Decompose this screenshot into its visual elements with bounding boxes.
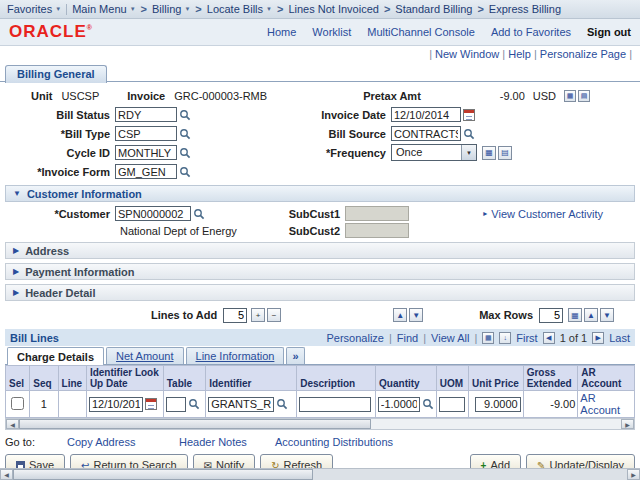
multichannel-console-link[interactable]: MultiChannel Console	[367, 26, 475, 38]
lookup-icon[interactable]	[422, 398, 434, 410]
add-rows-icon[interactable]: +	[251, 308, 265, 322]
copy-address-link[interactable]: Copy Address	[67, 436, 179, 448]
breadcrumb-separator: >	[141, 3, 147, 15]
breadcrumb: Favorites▼ Main Menu▼ > Billing▼ > Locat…	[0, 0, 640, 19]
header-notes-link[interactable]: Header Notes	[179, 436, 275, 448]
cycle-id-input[interactable]	[115, 145, 177, 160]
scroll-left-icon[interactable]: ◀	[0, 469, 13, 480]
bill-type-input[interactable]	[115, 126, 177, 141]
max-rows-input[interactable]	[539, 308, 563, 323]
invoice-form-input[interactable]	[115, 164, 177, 179]
unit-price-input[interactable]	[475, 397, 521, 412]
breadcrumb-lines-not-invoiced[interactable]: Lines Not Invoiced	[288, 3, 379, 15]
home-link[interactable]: Home	[267, 26, 296, 38]
lookup-icon[interactable]	[179, 109, 191, 121]
return-to-search-button[interactable]: ↩Return to Search	[70, 454, 188, 468]
lookup-icon[interactable]	[179, 147, 191, 159]
show-all-columns-icon[interactable]: »	[286, 347, 304, 364]
find-link[interactable]: Find	[397, 332, 418, 344]
list-icon[interactable]: ▤	[578, 90, 590, 102]
view-customer-activity-link[interactable]: ▸ View Customer Activity	[483, 208, 603, 220]
pager-last[interactable]: Last	[609, 332, 630, 344]
lines-to-add-label: Lines to Add	[151, 309, 217, 321]
grid-icon[interactable]: ▦	[564, 90, 576, 102]
personalize-link[interactable]: Personalize	[326, 332, 383, 344]
notify-button[interactable]: ✉Notify	[193, 454, 256, 468]
quantity-input[interactable]	[378, 397, 420, 412]
section-customer-information[interactable]: ▼ Customer Information	[5, 185, 635, 202]
remove-rows-icon[interactable]: −	[267, 308, 281, 322]
help-link[interactable]: Help	[508, 48, 531, 60]
invoice-date-input[interactable]	[391, 107, 461, 122]
section-address[interactable]: ▶ Address	[5, 242, 635, 259]
lookup-icon[interactable]	[193, 208, 205, 220]
col-quantity: Quantity	[376, 366, 437, 391]
tab-charge-details[interactable]: Charge Details	[7, 347, 104, 365]
add-to-favorites-link[interactable]: Add to Favorites	[491, 26, 571, 38]
save-button[interactable]: Save	[5, 454, 65, 468]
window-horizontal-scrollbar[interactable]: ◀ ▶	[0, 468, 640, 480]
sign-out-link[interactable]: Sign out	[587, 26, 631, 38]
add-button[interactable]: +Add	[470, 454, 521, 468]
recurrence-icon[interactable]: ▤	[498, 146, 512, 160]
tab-billing-general[interactable]: Billing General	[5, 65, 107, 83]
breadcrumb-standard-billing[interactable]: Standard Billing	[395, 3, 472, 15]
top-of-list-icon[interactable]: ▲	[584, 308, 598, 322]
table-input[interactable]	[166, 397, 186, 412]
lookup-icon[interactable]	[179, 128, 191, 140]
accounting-distributions-link[interactable]: Accounting Distributions	[275, 436, 635, 448]
new-window-link[interactable]: New Window	[435, 48, 499, 60]
select-row-checkbox[interactable]	[11, 397, 24, 410]
personalize-page-link[interactable]: Personalize Page	[540, 48, 626, 60]
scroll-left-icon[interactable]: ◀	[6, 419, 19, 429]
bill-lines-bar: Bill Lines Personalize | Find | View All…	[5, 329, 635, 346]
view-all-link[interactable]: View All	[431, 332, 469, 344]
col-line: Line	[58, 366, 86, 391]
breadcrumb-main-menu[interactable]: Main Menu▼	[72, 3, 135, 15]
schedule-icon[interactable]: ▦	[482, 146, 496, 160]
scrollbar-thumb[interactable]	[13, 469, 313, 480]
grid-view-icon[interactable]: ▦	[568, 308, 582, 322]
scroll-right-icon[interactable]: ▶	[621, 419, 634, 429]
bottom-of-list-icon[interactable]: ▼	[600, 308, 614, 322]
scroll-down-icon[interactable]: ▼	[409, 308, 423, 322]
pipe: |	[389, 332, 392, 344]
calendar-icon[interactable]	[463, 109, 475, 121]
lookup-icon[interactable]	[188, 398, 200, 410]
scroll-right-icon[interactable]: ▶	[627, 469, 640, 480]
uom-input[interactable]	[439, 397, 465, 412]
section-payment-information[interactable]: ▶ Payment Information	[5, 263, 635, 280]
description-input[interactable]	[299, 397, 371, 412]
worklist-link[interactable]: Worklist	[312, 26, 351, 38]
bill-source-input[interactable]	[391, 126, 461, 141]
tab-net-amount[interactable]: Net Amount	[106, 347, 183, 364]
breadcrumb-express-billing[interactable]: Express Billing	[489, 3, 561, 15]
identifier-input[interactable]	[208, 397, 274, 412]
previous-row-icon[interactable]: ◀	[543, 332, 555, 344]
table-horizontal-scrollbar[interactable]: ◀ ▶	[5, 418, 635, 430]
lookup-icon[interactable]	[463, 128, 475, 140]
frequency-select[interactable]: Once ▼	[391, 144, 477, 161]
ar-account-link[interactable]: AR Account	[580, 392, 620, 416]
tab-line-information[interactable]: Line Information	[186, 347, 285, 364]
calendar-icon[interactable]	[145, 398, 157, 410]
scroll-up-icon[interactable]: ▲	[393, 308, 407, 322]
lookup-icon[interactable]	[179, 166, 191, 178]
zoom-grid-icon[interactable]: ▦	[482, 332, 494, 344]
pager-first[interactable]: First	[516, 332, 537, 344]
scrollbar-thumb[interactable]	[19, 419, 371, 429]
refresh-button[interactable]: ↻Refresh	[260, 454, 333, 468]
lines-to-add-input[interactable]	[223, 308, 247, 323]
breadcrumb-billing[interactable]: Billing▼	[152, 3, 190, 15]
next-row-icon[interactable]: ▶	[592, 332, 604, 344]
breadcrumb-favorites[interactable]: Favorites▼	[7, 3, 61, 15]
section-header-detail[interactable]: ▶ Header Detail	[5, 284, 635, 301]
update-display-button[interactable]: ✎Update/Display	[526, 454, 635, 468]
lookup-date-input[interactable]	[89, 397, 143, 412]
breadcrumb-locate-bills[interactable]: Locate Bills▼	[207, 3, 272, 15]
customer-input[interactable]	[115, 206, 191, 221]
lookup-icon[interactable]	[276, 398, 288, 410]
bill-status-input[interactable]	[115, 107, 177, 122]
plus-icon: +	[481, 460, 487, 469]
download-icon[interactable]: ↓	[499, 332, 511, 344]
